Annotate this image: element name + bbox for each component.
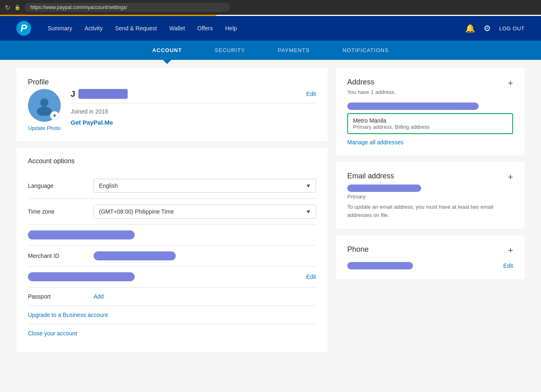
nav-summary[interactable]: Summary (48, 25, 72, 32)
timezone-label: Time zone (28, 208, 85, 215)
address-city: Metro Manila (353, 117, 507, 124)
email-primary-label: Primary (347, 194, 513, 200)
name-blurred (78, 89, 128, 99)
refresh-icon[interactable]: ↻ (5, 4, 10, 11)
passport-label: Passport (28, 293, 85, 300)
profile-edit-link[interactable]: Edit (306, 91, 316, 97)
email-note: To update an email address, you must hav… (347, 203, 513, 219)
phone-row: Edit (347, 262, 513, 269)
profile-name-row: J Edit (71, 89, 316, 103)
close-account-link[interactable]: Close your account (28, 330, 77, 337)
address-header: Address You have 1 address. + (347, 78, 513, 101)
phone-header: Phone + (347, 245, 513, 256)
add-phone-button[interactable]: + (508, 245, 513, 256)
left-column: Profile + Update Photo J (16, 68, 328, 352)
language-row: Language English ▼ (28, 173, 316, 199)
address-blurred-line (347, 103, 479, 110)
address-card: Address You have 1 address. + Metro Mani… (336, 68, 525, 155)
svg-point-0 (40, 98, 48, 107)
blurred-data-2 (28, 272, 135, 281)
phone-title-area: Phone (347, 245, 369, 256)
nav-wallet[interactable]: Wallet (169, 25, 185, 32)
address-type: Primary address, Billing address (353, 124, 507, 130)
sub-nav: ACCOUNT SECURITY PAYMENTS NOTIFICATIONS (0, 41, 541, 60)
name-area: J (71, 89, 128, 99)
svg-point-1 (37, 107, 52, 116)
subnav-account[interactable]: ACCOUNT (148, 41, 186, 60)
manage-addresses-link[interactable]: Manage all addresses (347, 139, 513, 146)
logout-button[interactable]: LOG OUT (499, 25, 525, 32)
blurred-data-1 (28, 230, 135, 239)
nav-send-request[interactable]: Send & Request (115, 25, 157, 32)
upgrade-row: Upgrade to a Business account (28, 306, 316, 324)
editable-blurred-row: Edit (28, 267, 316, 287)
bell-icon[interactable]: 🔔 (465, 23, 475, 33)
subnav-payments[interactable]: PAYMENTS (274, 41, 314, 60)
phone-edit-link[interactable]: Edit (503, 262, 513, 269)
email-blurred (347, 185, 421, 192)
timezone-select-wrap: (GMT+08:00) Philippine Time ▼ (94, 205, 316, 219)
passport-row: Passport Add (28, 287, 316, 306)
main-content: Profile + Update Photo J (0, 60, 541, 360)
address-selected-item[interactable]: Metro Manila Primary address, Billing ad… (347, 113, 513, 134)
update-photo-link[interactable]: Update Photo (28, 125, 61, 131)
url-bar[interactable]: https://www.paypal.com/myaccount/setting… (25, 3, 230, 12)
top-nav: P Summary Activity Send & Request Wallet… (0, 16, 541, 41)
right-column: Address You have 1 address. + Metro Mani… (336, 68, 525, 352)
address-title-area: Address You have 1 address. (347, 78, 396, 101)
subnav-notifications[interactable]: NOTIFICATIONS (338, 41, 392, 60)
nav-right: 🔔 ⚙ LOG OUT (465, 23, 525, 33)
lock-icon: 🔒 (14, 5, 21, 10)
profile-info: J Edit Joined in 2018 Get PayPal.Me (71, 89, 316, 126)
phone-title: Phone (347, 245, 369, 254)
address-subtitle: You have 1 address. (347, 89, 396, 95)
avatar-wrap: + Update Photo (28, 89, 61, 131)
data-edit-link[interactable]: Edit (306, 273, 316, 280)
merchant-id-row: Merchant ID (28, 246, 316, 267)
nav-links: Summary Activity Send & Request Wallet O… (48, 25, 465, 32)
phone-blurred (347, 262, 413, 269)
profile-card: Profile + Update Photo J (16, 68, 328, 141)
email-header: Email address + (347, 172, 513, 183)
language-select[interactable]: English (94, 179, 316, 193)
subnav-account-wrap: ACCOUNT (148, 41, 186, 60)
nav-help[interactable]: Help (225, 25, 237, 32)
avatar-plus-icon[interactable]: + (50, 111, 59, 120)
nav-activity[interactable]: Activity (85, 25, 103, 32)
nav-offers[interactable]: Offers (197, 25, 213, 32)
passport-add-link[interactable]: Add (94, 293, 104, 300)
paypal-logo: P (16, 21, 31, 36)
upgrade-link[interactable]: Upgrade to a Business account (28, 312, 108, 318)
subnav-security[interactable]: SECURITY (211, 41, 249, 60)
profile-section: + Update Photo J Edit Joined in 2018 Get… (28, 89, 316, 131)
email-card: Email address + Primary To update an ema… (336, 162, 525, 229)
subnav-notifications-wrap: NOTIFICATIONS (338, 41, 392, 60)
subnav-security-wrap: SECURITY (211, 41, 249, 60)
add-address-button[interactable]: + (508, 78, 513, 89)
name-initial: J (71, 89, 75, 99)
timezone-select[interactable]: (GMT+08:00) Philippine Time (94, 205, 316, 219)
get-paypalme-link[interactable]: Get PayPal.Me (71, 119, 113, 126)
timezone-row: Time zone (GMT+08:00) Philippine Time ▼ (28, 199, 316, 225)
language-label: Language (28, 182, 85, 189)
add-email-button[interactable]: + (508, 172, 513, 182)
phone-card: Phone + Edit (336, 235, 525, 279)
close-account-row: Close your account (28, 324, 316, 342)
gear-icon[interactable]: ⚙ (484, 23, 491, 33)
language-select-wrap: English ▼ (94, 179, 316, 193)
subnav-payments-wrap: PAYMENTS (274, 41, 314, 60)
email-title: Email address (347, 172, 394, 180)
merchant-id-value-blurred (94, 251, 176, 260)
address-title: Address (347, 78, 396, 87)
merchant-id-label: Merchant ID (28, 253, 85, 259)
account-options-card: Account options Language English ▼ Time … (16, 148, 328, 352)
joined-text: Joined in 2018 (71, 108, 316, 115)
blurred-row-1 (28, 225, 316, 246)
profile-title: Profile (28, 78, 316, 87)
browser-bar: ↻ 🔒 https://www.paypal.com/myaccount/set… (0, 0, 541, 15)
avatar[interactable]: + (28, 89, 61, 122)
account-options-title: Account options (28, 157, 316, 165)
